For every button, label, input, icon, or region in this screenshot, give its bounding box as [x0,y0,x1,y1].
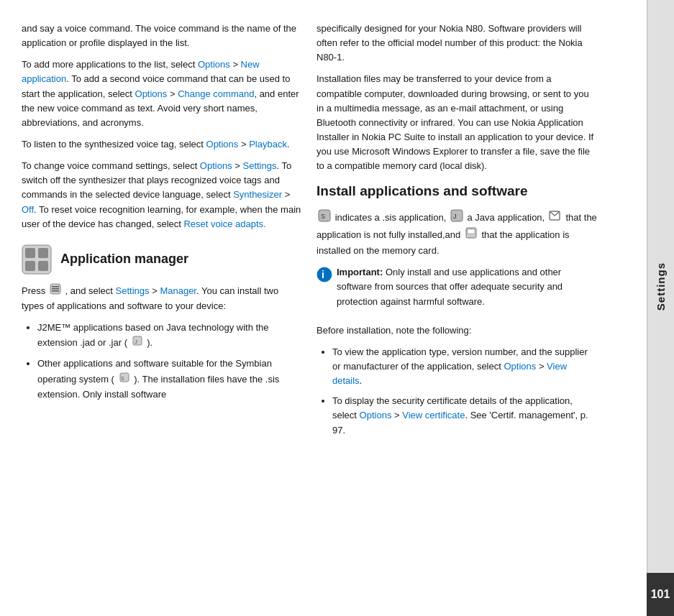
not-installed-icon [549,209,562,226]
memory-card-icon [465,226,478,244]
page-number: 101 [651,588,670,601]
install-section-heading: Install applications and software [316,180,597,201]
svg-text:i: i [322,269,324,280]
change-command-link[interactable]: Change command [178,88,254,99]
svg-rect-2 [38,248,48,258]
important-icon: i [316,267,332,287]
svg-point-20 [317,267,332,282]
svg-rect-8 [52,290,59,292]
settings-link-2[interactable]: Settings [116,285,150,295]
left-para5: Press , and select Settings > Manager. Y… [22,283,302,313]
view-certificate-link[interactable]: View certificate [402,410,465,420]
content-area: and say a voice command. The voice comma… [0,0,647,616]
app-manager-icon [22,244,52,275]
right-sidebar: Settings 101 [647,0,674,616]
right-bullet-1: To view the application type, version nu… [332,345,597,388]
svg-text:J: J [453,213,457,220]
sis-icon: S [119,372,130,387]
left-para4: To change voice command settings, select… [22,159,302,231]
right-column: specifically designed for your Nokia N80… [316,22,597,594]
svg-rect-1 [25,248,35,258]
svg-text:S: S [321,213,325,220]
important-note: i Important: Only install and use applic… [316,265,597,316]
app-manager-section: Application manager [22,244,302,275]
menu-icon [50,283,61,299]
bullet-list-left: J2ME™ applications based on Java technol… [22,321,302,402]
page-container: and say a voice command. The voice comma… [0,0,674,616]
svg-text:S: S [121,376,124,381]
right-para2: Installation files may be transferred to… [316,72,597,173]
svg-rect-19 [468,229,475,234]
sis-app-icon: S [318,209,331,226]
svg-rect-6 [52,286,59,288]
left-para3: To listen to the synthesized voice tag, … [22,137,302,152]
options-link-right-1[interactable]: Options [504,361,536,372]
java-app-icon: J [450,209,463,226]
left-para1: and say a voice command. The voice comma… [22,22,302,50]
options-link-4[interactable]: Options [200,160,232,171]
left-column: and say a voice command. The voice comma… [22,22,302,594]
playback-link[interactable]: Playback [249,139,287,150]
sidebar-label: Settings [655,262,667,311]
svg-text:J: J [135,339,137,345]
options-link-1[interactable]: Options [198,59,230,70]
settings-link[interactable]: Settings [243,160,277,171]
jar-icon: J [132,335,143,351]
right-para4: Before installation, note the following: [316,323,597,338]
synthesizer-link[interactable]: Synthesizer [233,189,282,200]
right-para1: specifically designed for your Nokia N80… [316,22,597,65]
svg-rect-7 [52,288,59,290]
options-link-3[interactable]: Options [206,139,239,150]
app-manager-title: Application manager [60,249,188,270]
options-link-2[interactable]: Options [135,88,168,99]
bullet-item-1: J2ME™ applications based on Java technol… [37,321,302,351]
svg-rect-3 [25,261,35,271]
options-link-right-2[interactable]: Options [360,410,392,420]
reset-voice-link[interactable]: Reset voice adapts. [183,219,265,229]
manager-link[interactable]: Manager [160,285,196,295]
important-label: Important: [337,267,383,277]
right-bullet-2: To display the security certificate deta… [332,394,597,437]
off-link[interactable]: Off [22,204,34,215]
bullet-list-right: To view the application type, version nu… [316,345,597,438]
important-text: Important: Only install and use applicat… [337,265,597,308]
right-para3: S indicates a .sis application, J a Java… [316,209,597,258]
left-para2: To add more applications to the list, se… [22,58,302,130]
page-number-area: 101 [647,573,674,616]
svg-rect-4 [38,261,48,271]
bullet-item-2: Other applications and software suitable… [37,357,302,401]
